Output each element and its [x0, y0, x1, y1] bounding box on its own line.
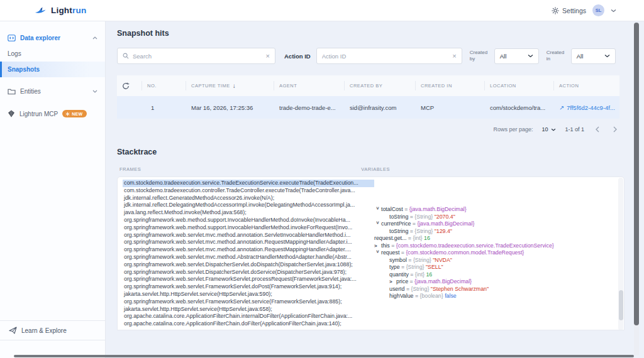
variable-name: toString: [389, 214, 408, 220]
frame-line[interactable]: org.springframework.web.servlet.mvc.meth…: [123, 232, 374, 239]
variable-name: type: [389, 264, 400, 270]
equals-sign: =: [408, 228, 414, 234]
variable-name: this: [381, 242, 390, 249]
equals-sign: =: [406, 235, 413, 241]
action-link[interactable]: ↗ 7ff5f6d2-44c9-4f...: [559, 104, 619, 111]
created-by-select[interactable]: All: [494, 48, 539, 64]
frame-line[interactable]: org.springframework.web.method.support.I…: [123, 217, 374, 224]
chevron-up-icon: [92, 36, 97, 40]
frame-line[interactable]: com.stockdemo.tradeexecution.service.Tra…: [123, 180, 374, 187]
column-created-by[interactable]: CREATED BY: [345, 81, 416, 90]
frame-line[interactable]: org.springframework.web.servlet.Framewor…: [123, 283, 374, 291]
frame-line[interactable]: org.springframework.web.servlet.mvc.meth…: [123, 239, 374, 246]
frame-line[interactable]: com.stockdemo.tradeexecution.controller.…: [123, 187, 374, 195]
sidebar-item-logs[interactable]: Logs: [0, 46, 105, 62]
equals-sign: =: [409, 271, 415, 278]
variable-name: currentPrice: [381, 220, 411, 227]
snapshot-hits-title: Snapshot hits: [117, 29, 644, 38]
variable-line: userId = {String} "Stephen Schwarzman": [374, 286, 616, 293]
frame-line[interactable]: org.springframework.web.servlet.Dispatch…: [123, 269, 374, 276]
frame-line[interactable]: org.springframework.web.servlet.Framewor…: [123, 276, 374, 283]
cell-capture-time: Mar 16, 2026, 17:25:36: [186, 104, 274, 111]
learn-explore-button[interactable]: Learn & Explore: [0, 320, 105, 340]
clear-search-icon[interactable]: ×: [266, 53, 270, 60]
variable-line: request.get... = {int} 16: [374, 235, 616, 242]
sidebar-item-data-explorer[interactable]: Data explorer: [0, 30, 105, 46]
variable-name: request: [381, 249, 399, 256]
equals-sign: =: [411, 220, 417, 227]
frame-line[interactable]: org.apache.catalina.core.ApplicationFilt…: [123, 313, 374, 320]
frame-line[interactable]: org.springframework.web.servlet.mvc.meth…: [123, 246, 374, 254]
frame-line[interactable]: org.springframework.web.method.support.I…: [123, 224, 374, 232]
frame-line[interactable]: org.springframework.web.servlet.mvc.meth…: [123, 254, 374, 261]
snapshots-table: NO. CAPTURE TIME↓ AGENT CREATED BY CREAT…: [117, 75, 619, 119]
chevron-down-icon: [92, 90, 97, 93]
variable-line: toString = {String} "2070.4": [374, 214, 616, 221]
sidebar-item-label: Entities: [20, 88, 88, 95]
variable-value: "Stephen Schwarzman": [429, 286, 489, 292]
variable-value: 16: [423, 235, 430, 241]
chevron-down-icon[interactable]: [611, 9, 616, 13]
frame-line[interactable]: java.lang.reflect.Method.invoke(Method.j…: [123, 209, 374, 217]
equals-sign: =: [413, 293, 419, 299]
column-capture-time[interactable]: CAPTURE TIME↓: [186, 81, 274, 90]
logo-text: Lightrun: [51, 6, 86, 15]
variable-name: userId: [389, 286, 404, 292]
column-location[interactable]: LOCATION: [485, 81, 554, 90]
settings-button[interactable]: Settings: [552, 7, 586, 14]
sidebar-item-label: Logs: [8, 50, 97, 57]
expand-chevron-icon[interactable]: >: [389, 278, 396, 286]
variable-type: {com.stockdemo.common.model.TradeRequest…: [406, 249, 524, 256]
collapse-chevron-icon[interactable]: >: [374, 221, 382, 228]
column-action[interactable]: ACTION: [554, 81, 619, 90]
variable-line: toString = {String} "129.4": [374, 228, 616, 236]
previous-page-button[interactable]: [593, 126, 602, 133]
refresh-button[interactable]: [117, 81, 142, 90]
gear-icon: [552, 7, 559, 14]
lightrun-logo-icon: [35, 6, 47, 15]
page-scrollbar-thumb[interactable]: [634, 23, 639, 325]
lightrun-logo: Lightrun: [35, 6, 86, 15]
variables-list: >totalCost = {java.math.BigDecimal}toStr…: [374, 206, 616, 300]
frame-line[interactable]: org.springframework.web.servlet.Framewor…: [123, 298, 374, 306]
table-row[interactable]: 1 Mar 16, 2026, 17:25:36 trade-demo-trad…: [117, 96, 619, 119]
equals-sign: =: [408, 214, 414, 220]
rows-per-page-select[interactable]: 10: [541, 126, 556, 133]
cell-location: com/stockdemo/tra...: [485, 104, 554, 111]
clear-action-id-icon[interactable]: ×: [452, 53, 456, 60]
sidebar-item-label: Snapshots: [8, 66, 97, 73]
frame-line[interactable]: org.apache.catalina.core.ApplicationFilt…: [123, 320, 374, 328]
frame-line[interactable]: org.springframework.web.servlet.Dispatch…: [123, 261, 374, 269]
collapse-chevron-icon[interactable]: >: [374, 207, 382, 214]
action-id-input[interactable]: [322, 53, 453, 60]
next-page-button[interactable]: [611, 126, 619, 133]
frame-line[interactable]: jakarta.servlet.http.HttpServlet.service…: [123, 306, 374, 313]
sidebar-item-snapshots[interactable]: Snapshots: [0, 62, 105, 77]
column-created-in[interactable]: CREATED IN: [416, 81, 485, 90]
avatar[interactable]: SL: [592, 4, 604, 16]
filters-row: × Action ID × Created by All Created in …: [117, 48, 644, 64]
collapse-chevron-icon[interactable]: >: [374, 250, 382, 257]
equals-sign: =: [399, 249, 406, 256]
sidebar-item-lightrun-mcp[interactable]: Lightrun MCP NEW: [0, 106, 105, 122]
sparkle-icon: [65, 112, 70, 116]
frame-line[interactable]: jakarta.servlet.http.HttpServlet.service…: [123, 291, 374, 298]
created-in-select[interactable]: All: [571, 48, 616, 64]
variable-line: >price = {java.math.BigDecimal}: [374, 278, 616, 286]
column-no[interactable]: NO.: [142, 81, 186, 90]
expand-chevron-icon[interactable]: >: [374, 242, 381, 250]
search-input[interactable]: [133, 53, 262, 60]
variables-scrollbar-thumb[interactable]: [619, 290, 623, 320]
variable-type: {boolean}: [420, 293, 443, 299]
sidebar-item-label: Lightrun MCP: [19, 111, 58, 117]
variable-type: {java.math.BigDecimal}: [417, 220, 474, 227]
action-id-box: ×: [316, 48, 462, 64]
frame-line[interactable]: jdk.internal.reflect.DelegatingMethodAcc…: [123, 202, 374, 209]
frame-line[interactable]: jdk.internal.reflect.GeneratedMethodAcce…: [123, 195, 374, 202]
pagination: Rows per page: 10 1-1 of 1: [117, 126, 619, 133]
sort-desc-icon[interactable]: ↓: [233, 82, 236, 89]
sidebar-item-entities[interactable]: Entities: [0, 84, 105, 99]
chevron-down-icon: [604, 54, 610, 58]
variable-value: "129.4": [433, 228, 452, 234]
column-agent[interactable]: AGENT: [274, 81, 345, 90]
